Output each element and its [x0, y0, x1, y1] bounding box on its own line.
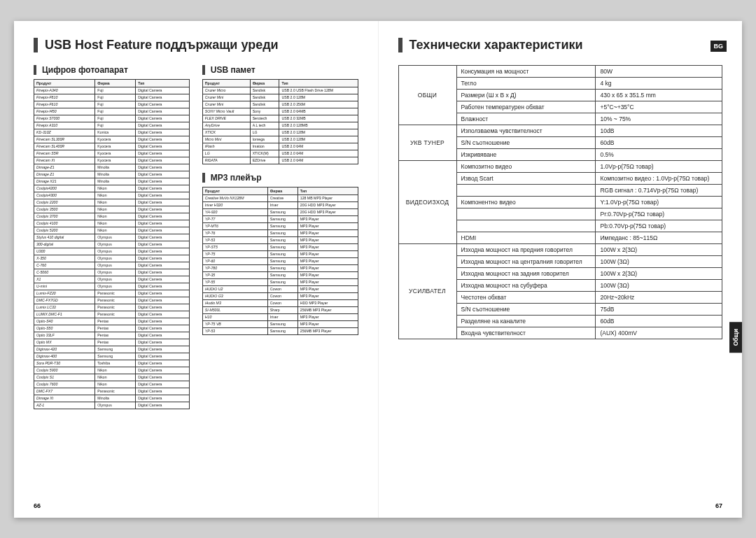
table-row: Coolpix S1NikonDigital Camera: [34, 374, 190, 381]
spec-category: УКВ ТУНЕР: [398, 125, 456, 160]
table-row: YP-55SamsungMP3 Player: [202, 278, 358, 285]
table-row: Optio MXPentaxDigital Camera: [34, 339, 190, 346]
table-row: Coolpix 4100NikonDigital Camera: [34, 220, 190, 227]
lang-badge: BG: [710, 41, 727, 52]
table-row: Coolpix 7600NikonDigital Camera: [34, 381, 190, 388]
table-row: Optio-S50PentaxDigital Camera: [34, 325, 190, 332]
table-row: Dimage-Z1MinoltaDigital Camera: [34, 164, 190, 171]
table-row: DMC-FX7GDPanasonicDigital Camera: [34, 297, 190, 304]
table-row: YP-ST5SamsungMP3 Player: [202, 243, 358, 250]
table-row: DMC-FX7PanasonicDigital Camera: [34, 388, 190, 395]
table-row: Finepix-f450FujiDigital Camera: [34, 108, 190, 115]
table-row: LGXTICK(M)USB 2.0 64M: [202, 150, 358, 157]
table-row: Dimage X21MinoltaDigital Camera: [34, 178, 190, 185]
spec-label: Работен температурен обхват: [456, 101, 596, 113]
table-row: C-5060OlympusDigital Camera: [34, 269, 190, 276]
spec-value: Композитно видео : 1.0Vp-p(75Ω товар): [596, 172, 722, 184]
table-row: Coolpix4200NikonDigital Camera: [34, 185, 190, 192]
col-header: Продукт: [202, 187, 267, 194]
table-row: YP-T6SamsungMP3 Player: [202, 229, 358, 236]
page-spread: USB Host Feature поддържащи уреди Цифров…: [14, 21, 742, 518]
table-row: Finecam XtKyoceraDigital Camera: [34, 157, 190, 164]
spec-row: УСИЛВАТЕЛИзходна мощност на предния гово…: [398, 243, 722, 255]
table-row: U-miniOlympusDigital Camera: [34, 283, 190, 290]
spec-value: +5°C~+35°C: [596, 101, 722, 113]
table-row: YP-35SamsungMP3 Player: [202, 271, 358, 278]
table-row: AZ-1OlympusDigital Camera: [34, 402, 190, 409]
table-row: Coolpix4300NikonDigital Camera: [34, 192, 190, 199]
table-row: iAUDIO U2CowonMP3 Player: [202, 285, 358, 292]
table-row: FLEX DRIVESerotechUSB 2.0 32MB: [202, 115, 358, 122]
spec-value: RGB сигнал : 0.714Vp-p(75Ω товар): [596, 184, 722, 196]
right-title: Технически характеристики: [398, 38, 723, 52]
table-row: C-760OlympusDigital Camera: [34, 262, 190, 269]
table-row: Sora PDR-T30ToshibaDigital Camera: [34, 360, 190, 367]
mp3-table: ПродуктФирмаТипCreative MuVo NX128MCreat…: [202, 187, 358, 335]
col-header: Фирма: [267, 187, 298, 194]
col-header: Фирма: [250, 79, 279, 87]
table-row: Cruzer MicroSandiskUSB 2.0 USB Flash Dri…: [202, 87, 358, 94]
table-row: Lumix LC33PanasonicDigital Camera: [34, 304, 190, 311]
table-row: Micro MiniIomegaUSB 2.0 128M: [202, 136, 358, 143]
spec-label: Влажност: [456, 113, 596, 125]
spec-label: Разделяне на каналите: [456, 315, 596, 327]
spec-value: 10% ~ 75%: [596, 113, 722, 125]
spec-value: 0.5%: [596, 148, 722, 160]
spec-row: ВИДЕОИЗХОДКомпозитно видео1.0Vp-p(75Ω то…: [398, 160, 722, 172]
table-row: Digimax-420SamsungDigital Camera: [34, 346, 190, 353]
table-row: Dimage Z1MinoltaDigital Camera: [34, 171, 190, 178]
spec-value: 100W (3Ω): [596, 255, 722, 267]
table-row: Digimax-400SamsungDigital Camera: [34, 353, 190, 360]
table-row: YP-T5SamsungMP3 Player: [202, 250, 358, 257]
mp3-heading: MP3 плейър: [202, 173, 358, 183]
col-header: Тип: [298, 187, 358, 194]
right-page: BG Общи Технически характеристики ОБЩИКо…: [379, 21, 743, 518]
table-row: YP-60SamsungMP3 Player: [202, 257, 358, 264]
spec-label: Честотен обхват: [456, 291, 596, 303]
table-row: Finepix-F610FujiDigital Camera: [34, 101, 190, 108]
spec-label: Композитно видео: [456, 160, 596, 172]
spec-label: Извод Scart: [456, 172, 596, 184]
table-row: Coolpix 5900NikonDigital Camera: [34, 367, 190, 374]
spec-value: Pr:0.70Vp-p(75Ω товар): [596, 208, 722, 220]
table-row: Coolpix 2200NikonDigital Camera: [34, 199, 190, 206]
left-page-number: 66: [34, 502, 41, 509]
spec-row: УКВ ТУНЕРИзползваема чувствителност10dB: [398, 125, 722, 136]
spec-value: 80W: [596, 65, 722, 77]
spec-value: 60dB: [596, 315, 722, 327]
table-row: RiDATAEZDriveUSB 2.0 64M: [202, 157, 358, 164]
table-row: X1OlympusDigital Camera: [34, 276, 190, 283]
table-row: Creative MuVo NX128MCreative128 MB MP3 P…: [202, 194, 358, 201]
spec-label: Използваема чувствителност: [456, 125, 596, 136]
table-row: XTICKLGUSB 2.0 128M: [202, 129, 358, 136]
spec-row: ОБЩИКонсумация на мощност80W: [398, 65, 722, 77]
col-header: Продукт: [34, 79, 95, 87]
table-row: YP-T5 VBSamsungMP3 Player: [202, 320, 358, 327]
spec-category: УСИЛВАТЕЛ: [398, 243, 456, 339]
table-row: X-350OlympusDigital Camera: [34, 255, 190, 262]
spec-value: 10dB: [596, 125, 722, 136]
spec-value: 4 kg: [596, 77, 722, 89]
spec-value: 60dB: [596, 136, 722, 148]
col-header: Продукт: [202, 79, 250, 87]
spec-value: (AUX) 400mV: [596, 327, 722, 339]
spec-category: ВИДЕОИЗХОД: [398, 160, 456, 243]
table-row: YP-53SamsungMP3 Player: [202, 236, 358, 243]
table-row: Iriver H320Iriver20G HDD MP3 Player: [202, 201, 358, 208]
spec-label: S/N съотношение: [456, 303, 596, 315]
table-row: Coolpix 5200NikonDigital Camera: [34, 227, 190, 234]
table-row: Stylus 410 digitalOlympusDigital Camera: [34, 234, 190, 241]
table-row: YP-T7SamsungMP3 Player: [202, 215, 358, 222]
spec-value: Y:1.0Vp-p(75Ω товар): [596, 196, 722, 208]
spec-label: Изходна мощност на централния говорител: [456, 255, 596, 267]
spec-label: Размери (Ш x В x Д): [456, 89, 596, 101]
spec-label: Изходна мощност на предния говорител: [456, 243, 596, 255]
table-row: YP-780SamsungMP3 Player: [202, 264, 358, 271]
spec-label: Входна чувствителност: [456, 327, 596, 339]
table-row: H10IriverMP3 Player: [202, 313, 358, 320]
col-header: Тип: [136, 79, 190, 87]
left-title: USB Host Feature поддържащи уреди: [34, 38, 358, 52]
right-page-number: 67: [715, 502, 722, 509]
table-row: Finepix-F810FujiDigital Camera: [34, 94, 190, 101]
spec-value: 100W x 2(3Ω): [596, 267, 722, 279]
